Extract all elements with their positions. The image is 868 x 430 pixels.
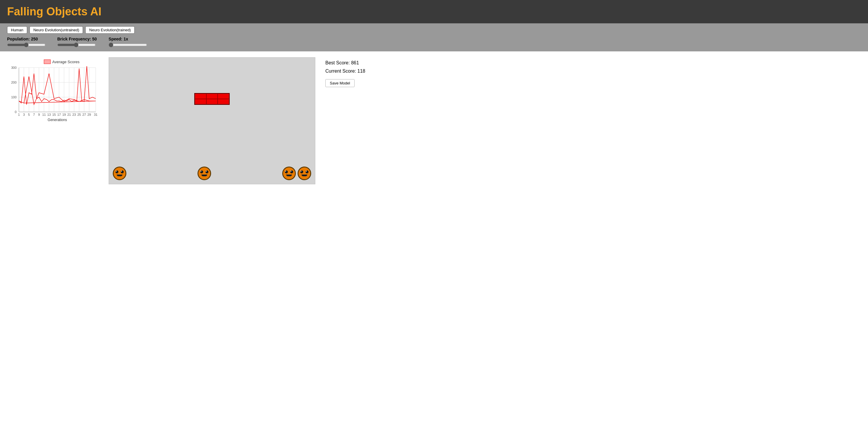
character-4 xyxy=(297,166,312,181)
character-3 xyxy=(281,166,297,181)
brick-frequency-slider-group: Brick Frequency: 50 xyxy=(57,37,97,47)
y-tick-300: 300 xyxy=(11,66,17,69)
x-tick-19: 19 xyxy=(62,113,66,116)
pumpkin-eye-l-2 xyxy=(200,171,203,173)
x-tick-1: 1 xyxy=(18,113,20,116)
character-2 xyxy=(197,166,212,181)
pumpkin-face-3 xyxy=(282,166,296,180)
brick-cell-2 xyxy=(206,94,218,99)
pumpkin-mouth-1 xyxy=(117,175,123,176)
character-1 xyxy=(112,166,127,181)
btn-ne-untrained[interactable]: Neuro Evolution(untrained) xyxy=(30,26,83,34)
pumpkin-eye-r-2 xyxy=(206,171,209,173)
sliders-row: Population: 250 Brick Frequency: 50 Spee… xyxy=(7,37,861,47)
pumpkin-mouth-2 xyxy=(202,175,207,176)
pumpkin-face-2 xyxy=(197,166,211,180)
pumpkin-eye-r-3 xyxy=(290,171,293,173)
pumpkin-eye-l-1 xyxy=(116,171,118,173)
brick-cell-4 xyxy=(195,99,206,104)
characters-row xyxy=(109,166,315,181)
pumpkin-face-1 xyxy=(113,166,126,180)
best-score: Best Score: 861 xyxy=(326,60,381,66)
pumpkin-eye-r-1 xyxy=(121,171,124,173)
y-tick-200: 200 xyxy=(11,81,17,84)
pumpkin-eye-l-3 xyxy=(285,171,288,173)
x-tick-11: 11 xyxy=(42,113,46,116)
brick-cell-6 xyxy=(218,99,229,104)
x-tick-31: 31 xyxy=(94,113,97,116)
falling-brick xyxy=(194,93,230,105)
brick-cell-5 xyxy=(206,99,218,104)
main-content: Average Scores xyxy=(0,51,868,190)
brick-cell-3 xyxy=(218,94,229,99)
pumpkin-eyes-3 xyxy=(285,171,293,173)
pumpkin-eye-r-4 xyxy=(306,171,309,173)
score-panel: Best Score: 861 Current Score: 118 Save … xyxy=(322,57,381,87)
chart-legend-label: Average Scores xyxy=(52,60,80,64)
pumpkin-eye-l-4 xyxy=(300,171,303,173)
x-tick-29: 29 xyxy=(87,113,91,116)
save-model-button[interactable]: Save Model xyxy=(326,79,354,87)
controls-bar: Human Neuro Evolution(untrained) Neuro E… xyxy=(0,23,868,51)
pumpkin-mouth-3 xyxy=(286,175,292,176)
speed-slider[interactable] xyxy=(108,42,147,47)
population-label: Population: 250 xyxy=(7,37,38,41)
chart-container: Average Scores xyxy=(7,57,101,125)
x-tick-27: 27 xyxy=(82,113,86,116)
x-tick-9: 9 xyxy=(38,113,40,116)
x-tick-21: 21 xyxy=(67,113,71,116)
brick-frequency-label: Brick Frequency: 50 xyxy=(57,37,97,41)
x-tick-23: 23 xyxy=(72,113,76,116)
x-axis-title: Generations xyxy=(48,118,67,122)
legend-box xyxy=(44,60,51,64)
pumpkin-face-4 xyxy=(298,166,311,180)
btn-human[interactable]: Human xyxy=(7,26,27,34)
x-tick-25: 25 xyxy=(78,113,81,116)
y-tick-0: 0 xyxy=(15,110,17,114)
game-area xyxy=(108,57,315,184)
x-tick-13: 13 xyxy=(47,113,51,116)
speed-label: Speed: 1x xyxy=(108,37,128,41)
x-tick-3: 3 xyxy=(23,113,25,116)
pumpkin-mouth-4 xyxy=(302,175,307,176)
x-tick-17: 17 xyxy=(57,113,61,116)
pumpkin-eyes-4 xyxy=(300,171,309,173)
current-score: Current Score: 118 xyxy=(326,68,381,74)
header: Falling Objects AI xyxy=(0,0,868,23)
population-slider-group: Population: 250 xyxy=(7,37,45,47)
pumpkin-eyes-1 xyxy=(116,171,124,173)
btn-ne-trained[interactable]: Neuro Evolution(trained) xyxy=(85,26,135,34)
speed-slider-group: Speed: 1x xyxy=(108,37,147,47)
population-slider[interactable] xyxy=(7,42,45,47)
x-tick-7: 7 xyxy=(33,113,35,116)
brick-frequency-slider[interactable] xyxy=(57,42,96,47)
chart-svg: Average Scores xyxy=(7,57,101,125)
pumpkin-eyes-2 xyxy=(200,171,209,173)
app-title: Falling Objects AI xyxy=(7,5,861,18)
brick-cell-1 xyxy=(195,94,206,99)
y-tick-100: 100 xyxy=(11,95,17,99)
x-tick-5: 5 xyxy=(28,113,30,116)
x-tick-15: 15 xyxy=(52,113,56,116)
mode-buttons: Human Neuro Evolution(untrained) Neuro E… xyxy=(7,26,861,34)
